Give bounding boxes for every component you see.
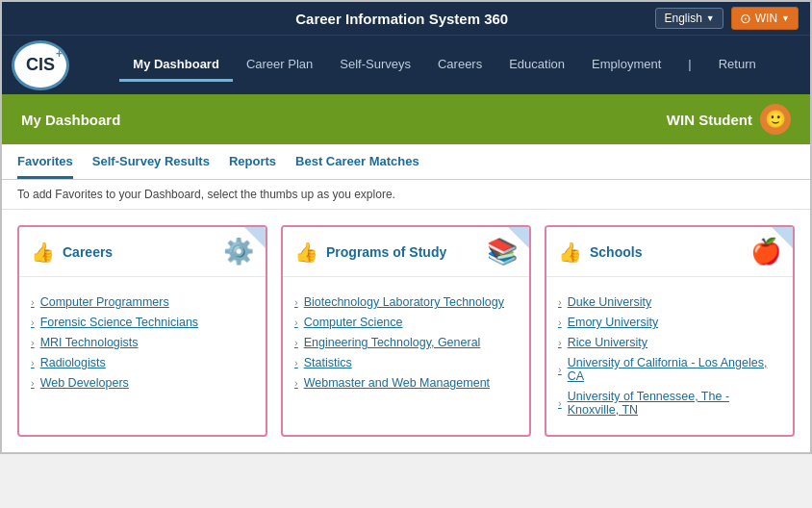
career-link-0[interactable]: ›Computer Programmers <box>31 295 254 309</box>
win-icon: ⊙ <box>740 11 751 26</box>
program-item-0: Biotechnology Laboratory Technology <box>304 295 504 309</box>
career-item-0: Computer Programmers <box>40 295 169 309</box>
programs-card-title: 👍 Programs of Study <box>294 241 446 264</box>
careers-card-title: 👍 Careers <box>31 241 113 264</box>
dashboard-header: My Dashboard WIN Student 🙂 <box>2 94 810 144</box>
program-link-2[interactable]: ›Engineering Technology, General <box>294 336 518 349</box>
logo-text: CIS <box>26 55 55 75</box>
nav-bar: CIS + My Dashboard Career Plan Self-Surv… <box>2 35 810 94</box>
chevron-icon: › <box>294 337 298 348</box>
program-link-4[interactable]: ›Webmaster and Web Management <box>294 376 518 390</box>
school-link-0[interactable]: ›Duke University <box>558 295 781 309</box>
nav-employment[interactable]: Employment <box>578 49 674 82</box>
career-item-1: Forensic Science Technicians <box>40 316 198 329</box>
cards-container: 👍 Careers ⚙️ ›Computer Programmers ›Fore… <box>17 225 795 437</box>
nav-education[interactable]: Education <box>495 49 578 82</box>
main-content: 👍 Careers ⚙️ ›Computer Programmers ›Fore… <box>2 210 810 452</box>
programs-card: 👍 Programs of Study 📚 ›Biotechnology Lab… <box>281 225 531 437</box>
chevron-icon: › <box>294 357 298 368</box>
careers-title-label: Careers <box>63 244 113 260</box>
chevron-icon: › <box>31 377 35 389</box>
user-avatar: 🙂 <box>760 104 791 135</box>
language-button[interactable]: English ▼ <box>655 8 723 29</box>
tabs-area: Favorites Self-Survey Results Reports Be… <box>2 144 810 180</box>
programs-title-label: Programs of Study <box>326 244 446 260</box>
school-item-3: University of California - Los Angeles, … <box>568 356 781 383</box>
program-item-2: Engineering Technology, General <box>304 336 481 349</box>
career-link-2[interactable]: ›MRI Technologists <box>31 336 254 349</box>
chevron-icon: › <box>558 296 562 308</box>
user-label: WIN <box>755 12 777 25</box>
win-student-name: WIN Student <box>667 112 752 128</box>
career-item-4: Web Developers <box>40 376 129 390</box>
nav-separator: | <box>674 49 704 82</box>
nav-links: My Dashboard Career Plan Self-Surveys Ca… <box>89 49 800 82</box>
program-link-3[interactable]: ›Statistics <box>294 356 518 369</box>
career-link-1[interactable]: ›Forensic Science Technicians <box>31 316 254 329</box>
chevron-icon: › <box>294 296 298 308</box>
tabs: Favorites Self-Survey Results Reports Be… <box>17 154 795 179</box>
chevron-icon: › <box>558 364 562 375</box>
nav-career-plan[interactable]: Career Plan <box>233 49 326 82</box>
school-item-1: Emory University <box>568 316 658 329</box>
language-label: English <box>664 12 701 25</box>
chevron-icon: › <box>31 357 35 368</box>
chevron-icon: › <box>294 317 298 328</box>
school-item-4: University of Tennessee, The - Knoxville… <box>568 390 781 417</box>
nav-self-surveys[interactable]: Self-Surveys <box>326 49 424 82</box>
chevron-icon: › <box>31 337 35 348</box>
dashboard-title: My Dashboard <box>21 112 120 128</box>
user-dropdown-icon: ▼ <box>781 13 790 23</box>
school-link-2[interactable]: ›Rice University <box>558 336 781 349</box>
careers-thumbs-up-icon[interactable]: 👍 <box>31 241 55 264</box>
careers-card-header: 👍 Careers ⚙️ <box>19 227 266 277</box>
user-button[interactable]: ⊙ WIN ▼ <box>731 7 799 30</box>
school-item-0: Duke University <box>568 295 652 309</box>
tab-reports[interactable]: Reports <box>229 154 276 179</box>
programs-card-header: 👍 Programs of Study 📚 <box>283 227 529 277</box>
career-item-2: MRI Technologists <box>40 336 139 349</box>
careers-edit-corner <box>244 227 266 248</box>
school-link-3[interactable]: ›University of California - Los Angeles,… <box>558 356 781 383</box>
app-title: Career Information System 360 <box>148 11 655 27</box>
chevron-icon: › <box>558 317 562 328</box>
hint-text: To add Favorites to your Dashboard, sele… <box>2 180 810 210</box>
schools-card-header: 👍 Schools 🍎 <box>546 227 793 277</box>
program-item-4: Webmaster and Web Management <box>304 376 490 390</box>
program-item-3: Statistics <box>304 356 352 369</box>
tab-favorites[interactable]: Favorites <box>17 154 73 179</box>
programs-thumbs-up-icon[interactable]: 👍 <box>294 241 318 264</box>
career-link-3[interactable]: ›Radiologists <box>31 356 254 369</box>
logo[interactable]: CIS + <box>12 40 69 90</box>
schools-card-body: ›Duke University ›Emory University ›Rice… <box>546 277 793 435</box>
chevron-icon: › <box>294 377 298 389</box>
program-item-1: Computer Science <box>304 316 403 329</box>
schools-thumbs-up-icon[interactable]: 👍 <box>558 241 582 264</box>
top-bar: Career Information System 360 English ▼ … <box>2 2 810 35</box>
career-link-4[interactable]: ›Web Developers <box>31 376 254 390</box>
careers-card: 👍 Careers ⚙️ ›Computer Programmers ›Fore… <box>17 225 267 437</box>
lang-dropdown-icon: ▼ <box>706 13 715 23</box>
school-link-1[interactable]: ›Emory University <box>558 316 781 329</box>
schools-title-label: Schools <box>590 244 642 260</box>
school-link-4[interactable]: ›University of Tennessee, The - Knoxvill… <box>558 390 781 417</box>
chevron-icon: › <box>558 397 562 409</box>
nav-careers[interactable]: Careers <box>424 49 495 82</box>
schools-card-title: 👍 Schools <box>558 241 642 264</box>
nav-return[interactable]: Return <box>705 49 770 82</box>
programs-card-body: ›Biotechnology Laboratory Technology ›Co… <box>283 277 529 408</box>
programs-edit-corner <box>508 227 529 248</box>
nav-my-dashboard[interactable]: My Dashboard <box>119 49 233 82</box>
tab-self-survey-results[interactable]: Self-Survey Results <box>92 154 210 179</box>
tab-best-career-matches[interactable]: Best Career Matches <box>295 154 419 179</box>
top-bar-right: English ▼ ⊙ WIN ▼ <box>655 7 799 30</box>
chevron-icon: › <box>31 317 35 328</box>
program-link-0[interactable]: ›Biotechnology Laboratory Technology <box>294 295 518 309</box>
careers-card-body: ›Computer Programmers ›Forensic Science … <box>19 277 266 408</box>
logo-plus: + <box>56 47 63 61</box>
chevron-icon: › <box>558 337 562 348</box>
career-item-3: Radiologists <box>40 356 106 369</box>
program-link-1[interactable]: ›Computer Science <box>294 316 518 329</box>
chevron-icon: › <box>31 296 35 308</box>
schools-edit-corner <box>772 227 793 248</box>
